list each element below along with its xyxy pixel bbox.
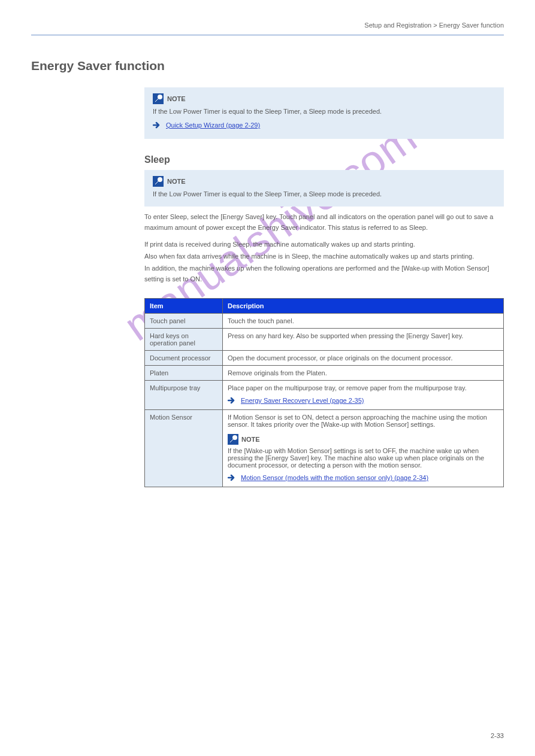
note-label: NOTE (167, 178, 186, 185)
note-body-2: If the Low Power Timer is equal to the S… (153, 189, 495, 199)
table-row: Touch panel Touch the touch panel. (145, 314, 504, 329)
note-icon (228, 434, 238, 445)
page-number: 2-33 (491, 732, 504, 739)
section-paragraph-1: To enter Sleep, select the [Energy Saver… (144, 212, 504, 233)
note-body-1: If the Low Power Timer is equal to the S… (153, 107, 495, 117)
table-row: Platen Remove originals from the Platen. (145, 366, 504, 381)
cell-desc: Place paper on the multipurpose tray, or… (223, 381, 504, 410)
cell-desc: Open the document processor, or place or… (223, 351, 504, 366)
page-title: Energy Saver function (31, 59, 165, 73)
link-energy-saver-recovery[interactable]: Energy Saver Recovery Level (page 2-35) (241, 397, 364, 404)
note-body: If the [Wake-up with Motion Sensor] sett… (228, 447, 498, 469)
cell-desc-text: Place paper on the multipurpose tray, or… (228, 384, 467, 391)
section-heading-sleep: Sleep (144, 154, 170, 165)
section-paragraph-3: Also when fax data arrives while the mac… (144, 251, 504, 262)
top-separator (31, 35, 504, 35)
note-label: NOTE (241, 436, 260, 443)
note-box-2: NOTE If the Low Power Timer is equal to … (144, 170, 504, 207)
cell-item: Touch panel (145, 314, 223, 329)
note-box-1: NOTE If the Low Power Timer is equal to … (144, 87, 504, 139)
cell-desc: Remove originals from the Platen. (223, 366, 504, 381)
breadcrumb: Setup and Registration > Energy Saver fu… (364, 22, 504, 29)
cell-item: Motion Sensor (145, 410, 223, 487)
table-header-desc: Description (223, 299, 504, 314)
cell-desc: If Motion Sensor is set to ON, detect a … (223, 410, 504, 487)
arrow-right-icon (228, 396, 236, 405)
note-icon (153, 93, 164, 104)
cell-item: Multipurpose tray (145, 381, 223, 410)
cell-desc-text: If Motion Sensor is set to ON, detect a … (228, 414, 487, 428)
table-header-item: Item (145, 299, 223, 314)
cell-item: Platen (145, 366, 223, 381)
arrow-right-icon (153, 121, 161, 129)
row-ref-link[interactable]: Energy Saver Recovery Level (page 2-35) (228, 396, 364, 405)
wakeup-table: Item Description Touch panel Touch the t… (144, 298, 504, 487)
arrow-right-icon (228, 473, 236, 482)
table-row: Hard keys on operation panel Press on an… (145, 329, 504, 351)
table-row: Multipurpose tray Place paper on the mul… (145, 381, 504, 410)
link-motion-sensor[interactable]: Motion Sensor (models with the motion se… (241, 474, 428, 481)
link-quick-setup[interactable]: Quick Setup Wizard (page 2-29) (166, 120, 260, 130)
cell-item: Document processor (145, 351, 223, 366)
table-row: Motion Sensor If Motion Sensor is set to… (145, 410, 504, 487)
table-row: Document processor Open the document pro… (145, 351, 504, 366)
note-icon (153, 176, 164, 187)
section-paragraph-4: In addition, the machine wakes up when t… (144, 263, 504, 284)
section-paragraph-2: If print data is received during Sleep, … (144, 239, 504, 250)
cell-desc: Press on any hard key. Also be supported… (223, 329, 504, 351)
cell-item: Hard keys on operation panel (145, 329, 223, 351)
inline-note: NOTE If the [Wake-up with Motion Sensor]… (228, 434, 498, 469)
note-label: NOTE (167, 95, 186, 102)
cell-desc: Touch the touch panel. (223, 314, 504, 329)
row-ref-link[interactable]: Motion Sensor (models with the motion se… (228, 473, 428, 482)
note-ref-link-1[interactable]: Quick Setup Wizard (page 2-29) (153, 120, 260, 130)
